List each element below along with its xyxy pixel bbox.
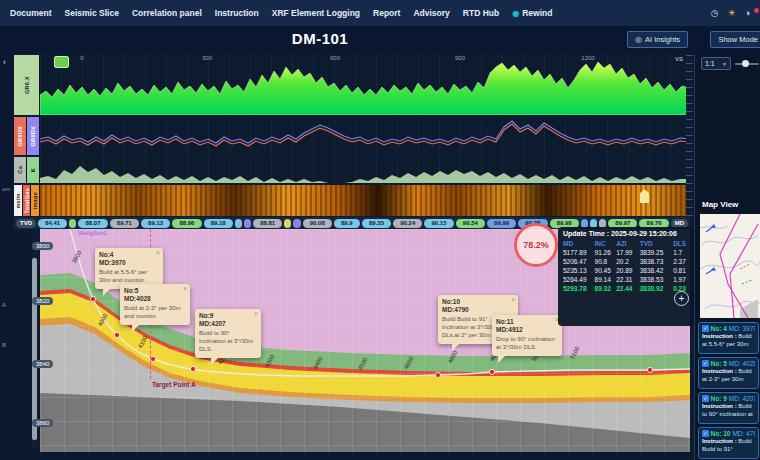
top-icons: ◷☀◑ xyxy=(711,8,760,18)
survey-cell: 0.81 xyxy=(673,266,689,275)
menu-item-rtd-hub[interactable]: RTD Hub xyxy=(463,8,499,18)
survey-cell: 20.89 xyxy=(616,266,640,275)
tvd-axis-label: 3840 xyxy=(32,360,53,368)
menu-item-label: Correlation panel xyxy=(132,8,202,18)
tvd-value-pill: 89.99 xyxy=(487,219,516,228)
survey-cell: 20.2 xyxy=(616,257,640,266)
tvd-value-pill: 88.96 xyxy=(172,219,201,228)
callout-no: No:5 xyxy=(124,287,186,295)
menu-item-label: Report xyxy=(373,8,400,18)
track-ca-k-plot[interactable] xyxy=(40,157,690,183)
curve-label: GR0.X xyxy=(24,76,30,94)
card-no: No: 10 xyxy=(711,430,731,437)
menu-item-correlation-panel[interactable]: Correlation panel xyxy=(132,8,202,18)
callout-no: No:4 xyxy=(99,251,159,259)
curve-label-chip[interactable]: Ca xyxy=(14,157,27,183)
callout-text: Build to 90° inclination at 3°/30m DLS. xyxy=(199,330,257,353)
map-view-title: Map View xyxy=(702,200,738,209)
map-thumbnail[interactable] xyxy=(700,214,760,318)
tvd-value-pill xyxy=(235,219,242,228)
close-icon[interactable]: × xyxy=(183,285,187,292)
curve-label-chip[interactable]: ms/m xyxy=(14,185,23,216)
menu-item-report[interactable]: Report xyxy=(373,8,400,18)
curve-label-chip[interactable]: K xyxy=(27,157,40,183)
card-no: No: 5 xyxy=(711,360,727,367)
curve-label-chip[interactable]: GR0DX xyxy=(27,117,40,155)
checkbox-checked-icon[interactable]: ✓ xyxy=(702,325,709,332)
callout-no11: No:11MD:4912Drop to 90° inclination at 3… xyxy=(492,315,562,356)
card-header: ✓No: 10MD: 4790 xyxy=(702,430,755,437)
close-icon[interactable]: × xyxy=(156,249,160,256)
tvd-axis-toggle[interactable]: TVD xyxy=(16,219,36,228)
checkbox-checked-icon[interactable]: ✓ xyxy=(702,395,709,402)
card-no: No: 4 xyxy=(711,325,727,332)
callout-md: MD:4028 xyxy=(124,295,186,303)
curve-label-chip[interactable]: TotalGas xyxy=(23,185,32,216)
menu-bar: DocumentSeismic SliceCorrelation panelIn… xyxy=(0,0,760,26)
checkbox-checked-icon[interactable]: ✓ xyxy=(702,360,709,367)
update-time-label: Update Time : xyxy=(563,230,609,237)
survey-cell: 22.44 xyxy=(616,284,640,293)
collapse-left-icon[interactable]: ‹ xyxy=(3,57,6,67)
checkbox-checked-icon[interactable]: ✓ xyxy=(702,430,709,437)
callout-tail xyxy=(132,324,140,332)
rail-label: A xyxy=(2,302,6,308)
zoom-in-button[interactable]: + xyxy=(674,291,689,306)
curve-label: ms/m xyxy=(15,193,21,209)
curve-label-chip[interactable]: image xyxy=(31,185,40,216)
gr-up-down-curves xyxy=(40,117,690,155)
track-gr-updown-plot[interactable] xyxy=(40,117,690,155)
track-gr-plot[interactable]: 03006009001200 xyxy=(40,55,690,115)
contrast-icon[interactable]: ◑ xyxy=(745,8,750,18)
theme-sun-icon[interactable]: ☀ xyxy=(727,8,735,18)
zoom-slider-knob[interactable] xyxy=(742,60,749,67)
instruction-card[interactable]: ✓No: 10MD: 4790Instruction : Build Build… xyxy=(698,427,759,459)
menu-item-instruction[interactable]: Instruction xyxy=(215,8,259,18)
menu-item-document[interactable]: Document xyxy=(10,8,52,18)
menu-item-rewind[interactable]: ◉Rewind xyxy=(512,8,552,18)
card-instruction: Instruction : Build at 2-3° per 30m and … xyxy=(702,368,755,385)
left-collapse-rail[interactable]: ‹ om A B xyxy=(0,54,14,460)
survey-table: MDINCAZITVDDLS 5177.8991.2617.993839.251… xyxy=(563,239,689,293)
show-mode-button[interactable]: Show Mode xyxy=(710,31,760,48)
card-header: ✓No: 4MD: 3970 xyxy=(702,325,755,332)
menu-item-advisory[interactable]: Advisory xyxy=(413,8,449,18)
card-instruction: Instruction : Build to 90° inclination a… xyxy=(702,403,755,420)
track-image-log-labels: ms/mTotalGasimage xyxy=(14,185,40,216)
close-icon[interactable]: × xyxy=(254,310,258,317)
curve-label: K xyxy=(30,168,36,172)
ruler-tick: 600 xyxy=(330,55,340,61)
chevron-down-icon: ▼ xyxy=(722,61,727,67)
curve-label: Ca xyxy=(17,166,23,174)
instruction-card[interactable]: ✓No: 5MD: 4028Instruction : Build at 2-3… xyxy=(698,357,759,389)
menu-item-label: Instruction xyxy=(215,8,259,18)
ca-k-curve xyxy=(40,157,690,183)
menu-item-xrf-element-logging[interactable]: XRF Element Logging xyxy=(272,8,360,18)
track-handle[interactable] xyxy=(54,56,69,68)
callout-tail xyxy=(452,343,460,351)
close-icon[interactable]: × xyxy=(511,296,515,303)
instruction-card[interactable]: ✓No: 9MD: 4207Instruction : Build to 90°… xyxy=(698,392,759,424)
menu-item-seismic-slice[interactable]: Seismic Slice xyxy=(65,8,119,18)
survey-row: 5235.1390.4520.893838.420.81 xyxy=(563,266,689,275)
instruction-card[interactable]: ✓No: 4MD: 3970Instruction : Build at 5.5… xyxy=(698,322,759,354)
tvd-value-pill xyxy=(284,219,291,228)
right-depth-ruler xyxy=(686,55,693,218)
section-scrollbar-thumb[interactable] xyxy=(32,258,37,440)
image-log-texture xyxy=(40,185,690,216)
track-image-log-plot[interactable] xyxy=(40,185,690,216)
callout-text: Drop to 90° inclination at 3°/30m DLS. xyxy=(496,336,558,352)
cross-section: WellgSun1 Target Point A 380038203840386… xyxy=(14,229,690,452)
tvd-value-pill: 84.41 xyxy=(38,219,67,228)
scale-select[interactable]: 1:1 ▼ xyxy=(701,57,731,70)
callout-no: No:11 xyxy=(496,318,558,326)
curve-label-chip[interactable]: GR0UX xyxy=(14,117,27,155)
survey-cell: 3838.73 xyxy=(640,257,673,266)
curve-label-chip[interactable]: GR0.X xyxy=(14,55,40,115)
card-instruction-label: Instruction : xyxy=(702,403,738,409)
callout-tail xyxy=(498,355,506,363)
history-icon[interactable]: ◷ xyxy=(711,8,719,18)
survey-cell: 3838.42 xyxy=(640,266,673,275)
ai-insights-button[interactable]: ◎ AI Insights xyxy=(627,31,688,48)
card-instruction-label: Instruction : xyxy=(702,333,738,339)
